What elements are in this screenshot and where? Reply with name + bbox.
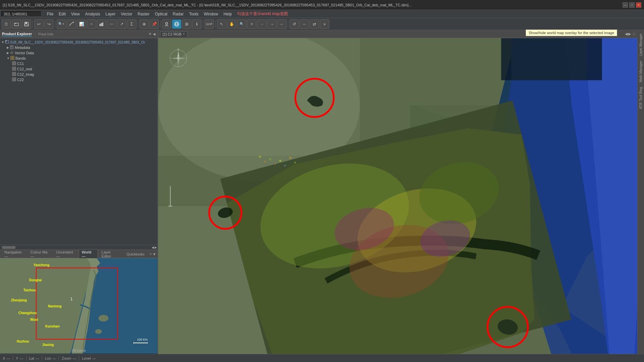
- menu-optical[interactable]: Optical: [152, 11, 170, 17]
- menu-tools[interactable]: Tools: [186, 11, 201, 17]
- bottom-panel-minimize[interactable]: ▼: [153, 252, 156, 256]
- svg-rect-5: [100, 24, 101, 26]
- lat-label: Lat: [29, 356, 34, 360]
- world-label-wuxi: Wuxi: [30, 318, 38, 321]
- menu-raster[interactable]: Raster: [135, 11, 152, 17]
- spectrum-button[interactable]: ≈: [87, 19, 96, 29]
- open-button[interactable]: [12, 19, 21, 29]
- right-tab-layer-manager[interactable]: Layer Manager: [638, 31, 643, 58]
- menu-analysis[interactable]: Analysis: [82, 11, 103, 17]
- scroll-right-arrow[interactable]: ▶: [155, 246, 157, 249]
- svg-rect-46: [269, 158, 271, 160]
- viewport-tab-close[interactable]: ✕: [182, 32, 185, 36]
- world-map-red-box: [36, 268, 118, 340]
- map-canvas[interactable]: N: [158, 38, 637, 354]
- pointer-button[interactable]: ↖: [217, 19, 226, 29]
- tree-node-root[interactable]: ▼ S1B_IW_SLC__1SDV_20190822T095426_20190…: [1, 40, 156, 45]
- viewport-tab-rgb[interactable]: [1] C2 RGB ✕: [160, 31, 187, 37]
- menu-layer[interactable]: Layer: [103, 11, 118, 17]
- world-label-taizhou: Taizhou: [23, 288, 36, 292]
- right-tab-math-manager[interactable]: Math Manager: [638, 59, 643, 84]
- window-controls: — □ ✕: [623, 2, 641, 8]
- tab-product-explorer[interactable]: Product Explorer: [2, 32, 32, 37]
- world-map-button[interactable]: [172, 19, 181, 29]
- undo-button[interactable]: ↩: [34, 19, 44, 29]
- pixel-info-button[interactable]: ℹ: [192, 19, 201, 29]
- maximize-button[interactable]: □: [629, 2, 635, 8]
- tab-world[interactable]: World —: [79, 249, 98, 259]
- viewport-next-arrow[interactable]: ▶: [628, 32, 631, 36]
- bottom-panel-close[interactable]: ✕: [149, 252, 152, 256]
- toolbar-separator-4: [160, 20, 161, 28]
- gcp-button[interactable]: GCP: [204, 19, 214, 29]
- graph-button[interactable]: [67, 19, 76, 29]
- more-button[interactable]: »: [320, 19, 329, 29]
- flip-button[interactable]: ↔: [300, 19, 309, 29]
- histogram-button[interactable]: [97, 19, 106, 29]
- menu-edit[interactable]: Edit: [56, 11, 68, 17]
- minimize-button[interactable]: —: [623, 2, 628, 8]
- new-button[interactable]: 🗋: [2, 19, 11, 29]
- tree-arrow-metadata: ▶: [7, 46, 9, 49]
- rotate-button[interactable]: ↺: [290, 19, 299, 29]
- tab-uncertainty[interactable]: Uncertaint—: [53, 249, 78, 259]
- graph-icon: [69, 22, 74, 26]
- save-button[interactable]: [22, 19, 31, 29]
- product-explorer-close[interactable]: ✕: [149, 32, 152, 36]
- mask-button[interactable]: ⊕: [139, 19, 149, 29]
- statistics-button[interactable]: Σ: [127, 19, 136, 29]
- chart-button[interactable]: 📊: [77, 19, 86, 29]
- pin-button[interactable]: 📌: [150, 19, 159, 29]
- compass-rose: N: [168, 48, 188, 68]
- right-tab-atif-tool[interactable]: ATIF Tool Ring: [638, 85, 643, 111]
- scale-line-v: [170, 186, 171, 206]
- panel-collapse-arrow[interactable]: ◀: [153, 32, 156, 36]
- svg-rect-2: [25, 22, 27, 24]
- tab-pixel-info[interactable]: Pixel Info: [38, 32, 53, 36]
- viewport-maximize[interactable]: □: [633, 32, 635, 36]
- lon-dash: —: [52, 356, 56, 360]
- svg-rect-20: [12, 62, 16, 65]
- sync-button[interactable]: ⇄: [310, 19, 319, 29]
- menu-file[interactable]: File: [44, 11, 56, 17]
- tree-node-c12real[interactable]: C12_real: [1, 66, 156, 72]
- tab-quicklooks[interactable]: Quicklooks: [123, 251, 148, 257]
- svg-point-8: [166, 22, 168, 24]
- menu-view[interactable]: View: [68, 11, 82, 17]
- navigate-next-button[interactable]: →: [267, 19, 277, 29]
- header-separator: |: [35, 32, 36, 36]
- menu-window[interactable]: Window: [201, 11, 221, 17]
- tree-node-c12imag[interactable]: C12_imag: [1, 72, 156, 77]
- scroll-left-arrow[interactable]: ◀: [152, 246, 154, 249]
- viewport-prev-arrow[interactable]: ◀: [625, 32, 628, 36]
- overview-button[interactable]: ⊞: [182, 19, 191, 29]
- zoom-in-2-button[interactable]: +: [247, 19, 256, 29]
- menu-help[interactable]: Help: [221, 11, 235, 17]
- hand-button[interactable]: ✋: [227, 19, 236, 29]
- zoom-fit-button[interactable]: 🔍: [237, 19, 246, 29]
- redo-button[interactable]: ↪: [44, 19, 54, 29]
- tree-node-metadata[interactable]: ▶ Metadata: [1, 45, 156, 50]
- scatter-button[interactable]: ⋯: [107, 19, 116, 29]
- tree-node-bands[interactable]: ▼ Bands: [1, 56, 156, 61]
- svg-marker-60: [171, 57, 177, 59]
- tree-node-c22[interactable]: C22: [1, 77, 156, 82]
- zoom-in-button[interactable]: 🔍+: [57, 19, 66, 29]
- tab-layer-editor[interactable]: Layer Editor: [99, 249, 123, 259]
- tree-node-vector[interactable]: ▶ Vector Data: [1, 50, 156, 56]
- level-dash: —: [92, 356, 96, 360]
- status-x: X —: [3, 356, 10, 360]
- profile-button[interactable]: [162, 19, 171, 29]
- tree-label-c12real: C12_real: [17, 67, 32, 71]
- menu-radar[interactable]: Radar: [170, 11, 186, 17]
- tab-navigation[interactable]: Navigation—: [1, 249, 27, 259]
- menu-vector[interactable]: Vector: [118, 11, 135, 17]
- svg-rect-7: [102, 22, 103, 26]
- close-button[interactable]: ✕: [636, 2, 641, 8]
- tree-node-c11[interactable]: C11: [1, 61, 156, 66]
- zoom-100-button[interactable]: →: [257, 19, 267, 29]
- tab-colour-map[interactable]: Colour Ma—: [27, 249, 53, 259]
- transect-button[interactable]: ↗: [117, 19, 126, 29]
- zoom-label: Zoom: [62, 356, 71, 360]
- navigate-prev-button[interactable]: ←: [277, 19, 287, 29]
